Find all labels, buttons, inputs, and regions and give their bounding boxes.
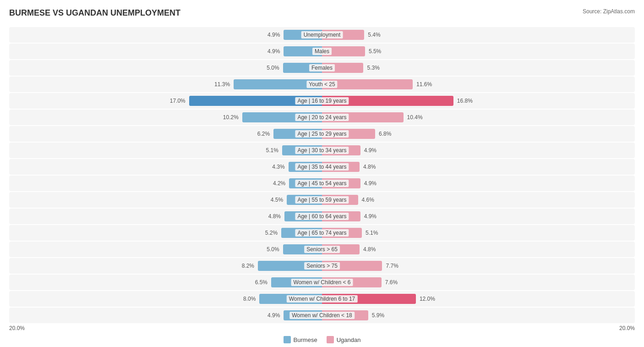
left-section: 5.0% (9, 60, 322, 76)
left-section: 17.0% (9, 93, 322, 109)
left-value: 11.3% (214, 81, 232, 88)
row-inner: 4.2% Age | 45 to 54 years 4.9% (9, 176, 635, 191)
chart-row: 5.0% Seniors > 65 4.8% (9, 242, 635, 257)
legend-ugandan-label: Ugandan (337, 336, 361, 343)
left-section: 11.3% (9, 77, 322, 92)
chart-row: 6.2% Age | 25 to 29 years 6.8% (9, 126, 635, 142)
center-label: Women w/ Children 6 to 17 (287, 295, 358, 303)
center-label: Women w/ Children < 18 (289, 312, 355, 319)
row-inner: 5.1% Age | 30 to 34 years 4.9% (9, 143, 635, 158)
center-label: Age | 55 to 59 years (295, 196, 349, 204)
chart-row: 5.2% Age | 65 to 74 years 5.1% (9, 225, 635, 241)
center-label: Seniors > 75 (304, 262, 340, 270)
chart-row: 4.3% Age | 35 to 44 years 4.8% (9, 159, 635, 175)
left-value: 5.0% (267, 65, 281, 71)
left-value: 5.2% (265, 230, 279, 236)
right-value: 5.5% (367, 48, 381, 55)
right-section: 4.9% (322, 209, 635, 224)
row-inner: 8.0% Women w/ Children 6 to 17 12.0% (9, 291, 635, 307)
left-value: 4.2% (273, 180, 287, 187)
right-section: 4.9% (322, 143, 635, 158)
left-value: 10.2% (223, 114, 240, 121)
center-label: Age | 60 to 64 years (295, 213, 349, 220)
chart-row: 8.0% Women w/ Children 6 to 17 12.0% (9, 291, 635, 307)
left-value: 8.2% (242, 263, 256, 269)
left-section: 4.5% (9, 192, 322, 208)
row-inner: 4.5% Age | 55 to 59 years 4.6% (9, 192, 635, 208)
right-value: 12.0% (418, 296, 435, 302)
left-section: 5.0% (9, 242, 322, 257)
chart-container: BURMESE VS UGANDAN UNEMPLOYMENT Source: … (9, 5, 635, 343)
left-value: 5.0% (267, 246, 281, 253)
left-section: 6.2% (9, 126, 322, 142)
right-value: 4.8% (361, 164, 376, 170)
center-label: Females (309, 64, 335, 72)
chart-row: 8.2% Seniors > 75 7.7% (9, 258, 635, 274)
right-section: 11.6% (322, 77, 635, 92)
right-value: 4.9% (362, 147, 377, 154)
row-inner: 5.0% Seniors > 65 4.8% (9, 242, 635, 257)
right-value: 4.8% (361, 246, 376, 253)
center-label: Age | 65 to 74 years (295, 229, 349, 237)
center-label: Seniors > 65 (304, 246, 340, 253)
left-section: 4.8% (9, 209, 322, 224)
left-value: 8.0% (243, 296, 257, 302)
right-value: 5.9% (370, 312, 384, 319)
chart-row: 11.3% Youth < 25 11.6% (9, 77, 635, 92)
left-value: 4.8% (268, 213, 283, 220)
right-value: 5.4% (366, 32, 380, 38)
left-value: 4.5% (271, 197, 285, 203)
axis-row: 20.0% 20.0% (9, 325, 635, 331)
center-label: Unemployment (301, 31, 343, 39)
right-section: 16.8% (322, 93, 635, 109)
right-section: 12.0% (322, 291, 635, 307)
right-section: 5.1% (322, 225, 635, 241)
left-value: 4.3% (272, 164, 286, 170)
right-section: 5.5% (322, 44, 635, 59)
chart-row: 4.8% Age | 60 to 64 years 4.9% (9, 209, 635, 224)
right-section: 10.4% (322, 110, 635, 125)
chart-row: 6.5% Women w/ Children < 6 7.6% (9, 275, 635, 290)
chart-source: Source: ZipAtlas.com (583, 8, 635, 15)
left-section: 8.0% (9, 291, 322, 307)
right-section: 4.9% (322, 176, 635, 191)
row-inner: 4.9% Males 5.5% (9, 44, 635, 59)
left-value: 6.5% (255, 279, 269, 286)
legend-ugandan: Ugandan (327, 336, 361, 343)
chart-row: 4.9% Women w/ Children < 18 5.9% (9, 308, 635, 323)
left-section: 4.9% (9, 308, 322, 323)
right-value: 4.6% (360, 197, 374, 203)
chart-row: 4.2% Age | 45 to 54 years 4.9% (9, 176, 635, 191)
axis-left: 20.0% (9, 325, 25, 331)
row-inner: 6.2% Age | 25 to 29 years 6.8% (9, 126, 635, 142)
center-label: Age | 45 to 54 years (295, 180, 349, 187)
right-value: 16.8% (455, 98, 473, 104)
right-value: 7.7% (384, 263, 398, 269)
chart-header: BURMESE VS UGANDAN UNEMPLOYMENT Source: … (9, 5, 635, 22)
left-section: 4.3% (9, 159, 322, 175)
right-section: 5.4% (322, 27, 635, 43)
right-section: 5.9% (322, 308, 635, 323)
left-section: 5.2% (9, 225, 322, 241)
row-inner: 17.0% Age | 16 to 19 years 16.8% (9, 93, 635, 109)
left-section: 5.1% (9, 143, 322, 158)
chart-row: 4.9% Males 5.5% (9, 44, 635, 59)
left-value: 17.0% (170, 98, 187, 104)
legend-burmese-label: Burmese (294, 336, 317, 343)
right-section: 7.7% (322, 258, 635, 274)
right-value: 5.1% (364, 230, 378, 236)
right-value: 11.6% (415, 81, 432, 88)
right-value: 4.9% (362, 213, 377, 220)
left-section: 6.5% (9, 275, 322, 290)
right-section: 4.8% (322, 242, 635, 257)
axis-right: 20.0% (619, 325, 635, 331)
chart-row: 4.5% Age | 55 to 59 years 4.6% (9, 192, 635, 208)
left-value: 4.9% (267, 48, 282, 55)
right-value: 6.8% (377, 131, 391, 137)
left-section: 4.9% (9, 44, 322, 59)
row-inner: 4.9% Women w/ Children < 18 5.9% (9, 308, 635, 323)
left-section: 10.2% (9, 110, 322, 125)
right-section: 6.8% (322, 126, 635, 142)
left-value: 4.9% (267, 32, 282, 38)
row-inner: 5.2% Age | 65 to 74 years 5.1% (9, 225, 635, 241)
